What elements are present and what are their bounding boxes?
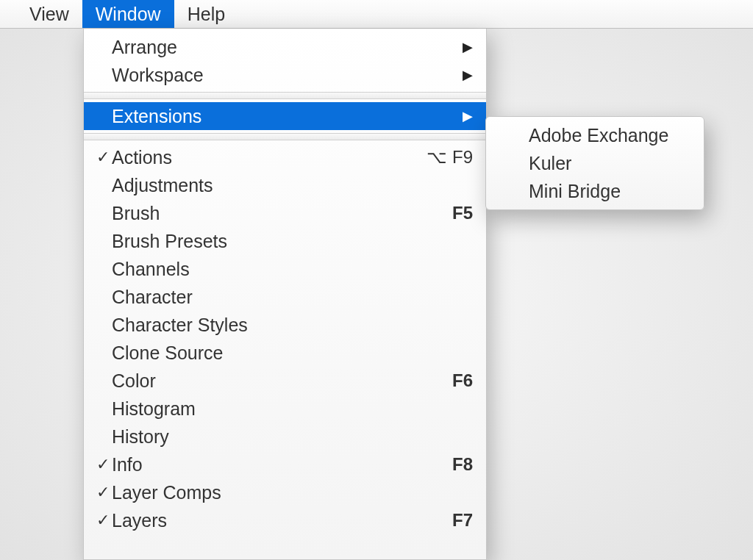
menu-item-label: Channels	[112, 259, 190, 280]
menu-item-label: Character	[112, 287, 193, 308]
menu-item-label: Kuler	[529, 153, 571, 174]
menu-item-workspace[interactable]: Workspace ▶	[84, 61, 486, 89]
menu-shortcut: F8	[452, 454, 473, 475]
menubar: View Window Help	[0, 0, 753, 29]
window-dropdown: Arrange ▶ Workspace ▶ Extensions ▶ ✓ Act…	[83, 29, 487, 560]
menu-item-label: Color	[112, 370, 156, 392]
menu-item-channels[interactable]: Channels	[84, 255, 486, 283]
submenu-arrow-icon: ▶	[463, 108, 473, 124]
menu-item-actions[interactable]: ✓ Actions ⌥ F9	[84, 143, 486, 171]
submenu-arrow-icon: ▶	[463, 67, 473, 83]
menu-item-extensions[interactable]: Extensions ▶	[84, 102, 486, 130]
menu-shortcut: ⌥ F9	[427, 147, 473, 168]
menu-item-layer-comps[interactable]: ✓ Layer Comps	[84, 478, 486, 506]
menu-item-label: Workspace	[112, 65, 204, 86]
menu-shortcut: F5	[452, 203, 473, 223]
menu-item-label: Extensions	[112, 106, 201, 127]
menu-item-label: Actions	[112, 147, 172, 168]
check-icon: ✓	[94, 455, 112, 474]
menu-item-clone-source[interactable]: Clone Source	[84, 339, 486, 367]
menu-item-label: Adobe Exchange	[529, 125, 668, 146]
menu-item-label: Adjustments	[112, 175, 213, 196]
submenu-arrow-icon: ▶	[463, 39, 473, 55]
menu-item-label: Brush	[112, 203, 160, 224]
menu-item-history[interactable]: History	[84, 423, 486, 450]
menu-item-brush-presets[interactable]: Brush Presets	[84, 227, 486, 255]
menu-item-character[interactable]: Character	[84, 283, 486, 311]
menu-shortcut: F6	[452, 370, 473, 391]
menu-item-arrange[interactable]: Arrange ▶	[84, 33, 486, 61]
submenu-item-mini-bridge[interactable]: Mini Bridge	[486, 177, 704, 205]
menu-item-layers[interactable]: ✓ Layers F7	[84, 506, 486, 534]
extensions-submenu: Adobe Exchange Kuler Mini Bridge	[485, 116, 704, 210]
menu-separator	[84, 133, 486, 140]
menu-item-label: Mini Bridge	[529, 181, 621, 202]
menu-item-label: Info	[112, 454, 143, 475]
menu-view[interactable]: View	[16, 0, 82, 28]
menu-help[interactable]: Help	[174, 0, 238, 28]
menu-item-histogram[interactable]: Histogram	[84, 395, 486, 423]
menu-item-info[interactable]: ✓ Info F8	[84, 450, 486, 478]
menu-shortcut: F7	[452, 510, 473, 531]
submenu-item-adobe-exchange[interactable]: Adobe Exchange	[486, 121, 704, 149]
menu-separator	[84, 92, 486, 99]
menu-item-label: Character Styles	[112, 315, 248, 336]
submenu-item-kuler[interactable]: Kuler	[486, 149, 704, 177]
menu-item-label: Brush Presets	[112, 231, 227, 252]
menu-item-label: Layers	[112, 510, 167, 531]
check-icon: ✓	[94, 511, 112, 530]
menu-item-label: Clone Source	[112, 342, 223, 364]
menu-item-label: Layer Comps	[112, 482, 221, 503]
menu-item-character-styles[interactable]: Character Styles	[84, 311, 486, 339]
check-icon: ✓	[94, 483, 112, 502]
menu-item-label: Histogram	[112, 398, 196, 420]
menu-item-adjustments[interactable]: Adjustments	[84, 171, 486, 199]
menu-item-label: Arrange	[112, 37, 177, 58]
menu-item-label: History	[112, 426, 169, 448]
menu-item-brush[interactable]: Brush F5	[84, 199, 486, 227]
menu-window[interactable]: Window	[82, 0, 174, 28]
menu-item-color[interactable]: Color F6	[84, 367, 486, 395]
check-icon: ✓	[94, 148, 112, 167]
